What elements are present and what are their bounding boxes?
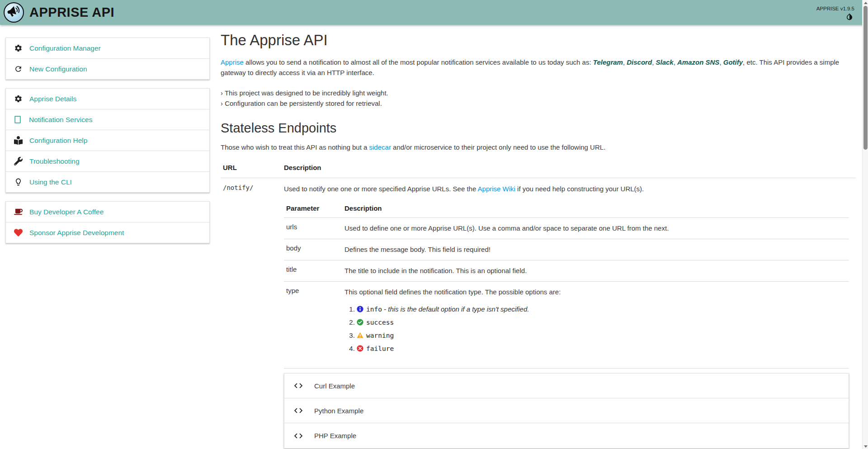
type-option-note: - this is the default option if a type i… xyxy=(382,305,529,313)
version-label: APPRISE v1.9.5 xyxy=(816,6,854,11)
parameter-name: urls xyxy=(284,218,342,239)
example-label: Curl Example xyxy=(314,382,355,390)
quote-line: › Configuration can be persistently stor… xyxy=(221,98,856,109)
parameter-row-type: typeThis optional field defines the noti… xyxy=(284,282,849,369)
warning-icon xyxy=(357,331,363,338)
intro-paragraph: Apprise allows you to send a notificatio… xyxy=(221,57,856,78)
sidebar-item-sponsor-apprise-development[interactable]: Sponsor Apprise Development xyxy=(6,222,209,243)
vertical-scrollbar[interactable] xyxy=(862,0,868,449)
link-sidecar[interactable]: sidecar xyxy=(369,143,391,151)
text-segment: , xyxy=(623,58,627,66)
megaphone-logo-icon xyxy=(6,4,22,21)
type-option-code: success xyxy=(366,319,394,326)
parameter-name: type xyxy=(284,282,342,369)
sidebar-item-label: Configuration Help xyxy=(29,136,87,145)
endpoint-table: URL Description /notify/ Used to notify … xyxy=(221,158,856,449)
code-icon xyxy=(293,406,303,416)
invert-colors-icon[interactable] xyxy=(845,13,854,21)
service-link-gotify[interactable]: Gotify xyxy=(723,58,743,66)
examples-collapsible: Curl ExamplePython ExamplePHP Example xyxy=(284,373,849,449)
book-reader-icon xyxy=(14,136,23,145)
type-option-warning: warning xyxy=(357,330,844,341)
text-segment: allows you to send a notification to alm… xyxy=(244,58,593,66)
link-apprise[interactable]: Apprise xyxy=(221,58,244,66)
sidebar-item-label: New Configuration xyxy=(29,65,87,73)
sidebar-item-configuration-help[interactable]: Configuration Help xyxy=(6,130,209,151)
sidebar-item-apprise-details[interactable]: Apprise Details xyxy=(6,89,209,109)
page-title: The Apprise API xyxy=(221,32,856,49)
parameter-description-text: This optional field defines the notifica… xyxy=(344,287,844,297)
parameter-description-text: The title to include in the notification… xyxy=(344,265,844,276)
sidebar-card: Configuration ManagerNew Configuration xyxy=(5,38,210,80)
parameter-row-urls: urlsUsed to define one or more Apprise U… xyxy=(284,218,849,239)
sidebar-item-label: Troubleshooting xyxy=(29,157,80,165)
parameter-description: The title to include in the notification… xyxy=(342,260,849,282)
type-option-failure: failure xyxy=(357,343,844,354)
parameter-description-text: Used to define one or more Apprise URL(s… xyxy=(344,223,844,233)
service-link-amazon-sns[interactable]: Amazon SNS xyxy=(677,58,719,66)
app-title: APPRISE API xyxy=(29,5,114,20)
info-icon xyxy=(357,305,363,312)
type-option-code: failure xyxy=(366,345,394,352)
column-header-param-description: Description xyxy=(342,199,849,218)
service-link-telegram[interactable]: Telegram xyxy=(593,58,623,66)
main-content: The Apprise API Apprise allows you to se… xyxy=(221,25,856,449)
text-segment: Those who wish to treat this API as noth… xyxy=(221,143,369,151)
sidecar-paragraph: Those who wish to treat this API as noth… xyxy=(221,142,856,152)
scrollbar-thumb[interactable] xyxy=(863,6,868,150)
type-option-code: warning xyxy=(366,332,394,339)
quote-block: › This project was designed to be incred… xyxy=(221,88,856,109)
collapsible-php-example[interactable]: PHP Example xyxy=(284,423,849,448)
gear-icon xyxy=(14,44,23,52)
endpoint-description-cell: Used to notify one one or more specified… xyxy=(282,178,856,449)
refresh-icon xyxy=(14,65,23,73)
scrollbar-up-arrow[interactable] xyxy=(863,0,868,5)
sidebar-card: Apprise DetailsNotification ServicesConf… xyxy=(5,88,210,193)
endpoint-table-header-row: URL Description xyxy=(221,158,856,178)
sidebar-item-label: Apprise Details xyxy=(29,95,76,103)
gear-icon xyxy=(14,95,23,103)
example-label: Python Example xyxy=(314,407,363,415)
sidebar-item-configuration-manager[interactable]: Configuration Manager xyxy=(6,38,209,59)
text-segment: , xyxy=(674,58,677,66)
sidebar: Configuration ManagerNew ConfigurationAp… xyxy=(5,38,210,252)
heart-icon xyxy=(14,228,23,237)
sidebar-item-buy-developer-a-coffee[interactable]: Buy Developer A Coffee xyxy=(6,202,209,222)
failure-icon xyxy=(357,344,363,351)
link-apprise-wiki[interactable]: Apprise Wiki xyxy=(478,185,515,193)
service-link-discord[interactable]: Discord xyxy=(627,58,652,66)
column-header-parameter: Parameter xyxy=(284,199,342,218)
text-segment: if you need help constructing your URL(s… xyxy=(515,185,644,193)
collapsible-python-example[interactable]: Python Example xyxy=(284,398,849,423)
parameter-description-text: Defines the message body. This field is … xyxy=(344,244,844,255)
parameter-description: Defines the message body. This field is … xyxy=(342,239,849,260)
column-header-url: URL xyxy=(221,158,282,178)
parameter-row-body: bodyDefines the message body. This field… xyxy=(284,239,849,260)
header-right: APPRISE v1.9.5 xyxy=(816,4,854,21)
collapsible-curl-example[interactable]: Curl Example xyxy=(284,373,849,398)
brand[interactable]: APPRISE API xyxy=(4,2,114,23)
apprise-logo xyxy=(4,2,24,23)
parameters-table: Parameter Description urlsUsed to define… xyxy=(284,199,849,369)
app-header: APPRISE API APPRISE v1.9.5 xyxy=(0,0,868,25)
sidebar-item-notification-services[interactable]: Notification Services xyxy=(6,109,209,130)
type-option-code: info xyxy=(366,306,382,313)
sidebar-item-new-configuration[interactable]: New Configuration xyxy=(6,59,209,79)
text-segment: , xyxy=(719,58,723,66)
sidebar-item-troubleshooting[interactable]: Troubleshooting xyxy=(6,151,209,172)
parameter-name: body xyxy=(284,239,342,260)
wrench-icon xyxy=(14,157,23,165)
section-title-stateless-endpoints: Stateless Endpoints xyxy=(221,121,856,136)
service-link-slack[interactable]: Slack xyxy=(656,58,673,66)
type-option-success: success xyxy=(357,317,844,328)
sidebar-item-label: Using the CLI xyxy=(29,178,72,186)
sidebar-item-using-the-cli[interactable]: Using the CLI xyxy=(6,172,209,192)
endpoint-description: Used to notify one one or more specified… xyxy=(284,184,849,194)
code-icon xyxy=(293,381,303,391)
sidebar-item-label: Buy Developer A Coffee xyxy=(29,208,104,216)
success-icon xyxy=(357,318,363,325)
endpoint-row-notify: /notify/ Used to notify one one or more … xyxy=(221,178,856,449)
scrollbar-down-arrow[interactable] xyxy=(863,444,868,449)
parameter-row-title: titleThe title to include in the notific… xyxy=(284,260,849,282)
quote-line: › This project was designed to be incred… xyxy=(221,88,856,98)
